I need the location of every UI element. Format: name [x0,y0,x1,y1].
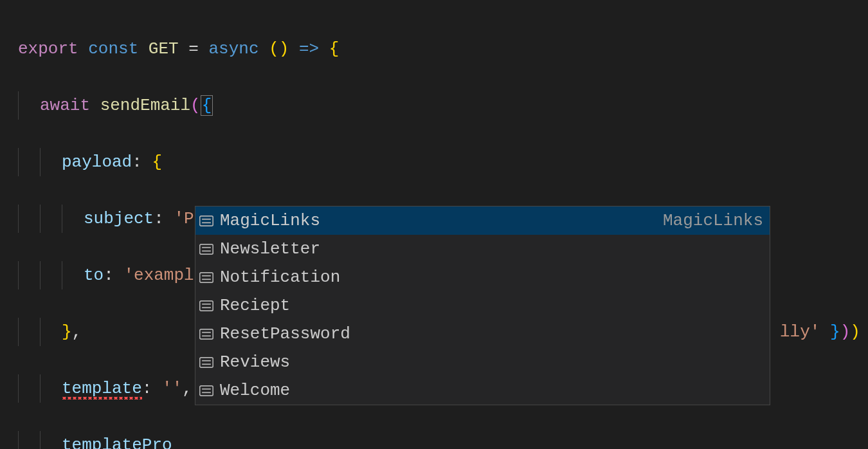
autocomplete-label: Reciept [220,291,763,320]
svg-rect-15 [200,357,213,367]
brace-close: } [62,322,72,342]
autocomplete-detail: MagicLinks [663,206,763,235]
svg-rect-3 [200,244,213,253]
code-line[interactable]: export const GET = async () => { [18,35,868,63]
code-line[interactable]: templatePro [18,431,868,449]
property-payload: payload [62,152,132,172]
svg-rect-9 [200,300,213,310]
keyword-const: const [88,39,138,59]
enum-icon [199,244,213,255]
enum-icon [199,329,213,340]
autocomplete-item[interactable]: MagicLinksMagicLinks [195,206,770,235]
identifier-get: GET [149,39,179,59]
equals: = [188,39,199,59]
autocomplete-item[interactable]: Reviews [195,348,770,376]
svg-rect-12 [200,329,213,338]
identifier-sendemail: sendEmail [100,96,190,115]
autocomplete-item[interactable]: Notification [195,263,770,291]
autocomplete-item[interactable]: Reciept [195,291,770,320]
autocomplete-item[interactable]: Newsletter [195,235,770,263]
paren: () [269,39,289,59]
enum-icon [199,272,213,283]
svg-rect-6 [200,272,213,282]
property-template-error: template [62,379,142,399]
enum-icon [199,385,213,396]
string-value: '' [162,379,182,398]
brace-open: { [329,39,339,59]
code-line[interactable]: payload: { [18,148,868,176]
svg-rect-0 [200,215,213,225]
autocomplete-label: Newsletter [220,235,763,263]
brace-open: { [152,152,162,172]
brace-open: { [201,95,213,116]
autocomplete-label: ResetPassword [220,320,763,348]
autocomplete-popup[interactable]: MagicLinksMagicLinksNewsletterNotificati… [195,206,770,405]
autocomplete-label: MagicLinks [220,206,663,235]
enum-icon [199,300,213,311]
property-to: to [84,266,104,285]
keyword-await: await [40,96,90,115]
autocomplete-item[interactable]: ResetPassword [195,320,770,348]
keyword-export: export [18,39,78,59]
enum-icon [199,357,213,368]
keyword-async: async [209,39,259,59]
autocomplete-label: Notification [220,263,763,291]
autocomplete-label: Welcome [220,376,763,405]
code-fragment-tail: lly' })) [780,318,860,346]
autocomplete-item[interactable]: Welcome [195,376,770,405]
property-subject: subject [84,209,154,228]
arrow: => [299,39,319,59]
code-line[interactable]: await sendEmail({ [18,91,868,120]
autocomplete-label: Reviews [220,348,763,376]
paren-open: ( [190,96,201,115]
property-templatepro: templatePro [62,435,172,449]
svg-rect-18 [200,385,213,395]
enum-icon [199,215,213,226]
